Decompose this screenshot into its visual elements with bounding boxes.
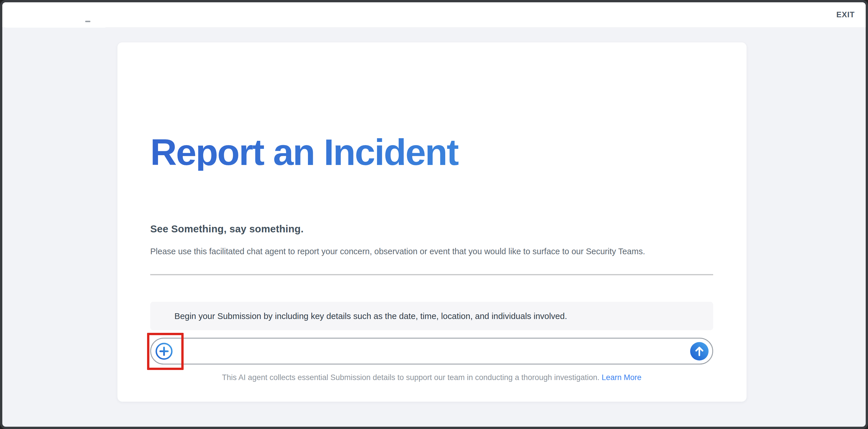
- learn-more-link[interactable]: Learn More: [602, 373, 642, 382]
- divider: [150, 274, 713, 275]
- footer-note-text: This AI agent collects essential Submiss…: [222, 373, 601, 382]
- footer-note: This AI agent collects essential Submiss…: [150, 373, 713, 382]
- send-button[interactable]: [690, 342, 709, 361]
- plus-circle-icon: [155, 342, 173, 361]
- main-content: Report an Incident See Something, say so…: [2, 28, 866, 429]
- logo-placeholder: [5, 3, 106, 28]
- exit-button[interactable]: EXIT: [836, 10, 855, 19]
- prompt-banner-text: Begin your Submission by including key d…: [175, 311, 567, 321]
- prompt-banner: Begin your Submission by including key d…: [150, 302, 713, 330]
- app-window: EXIT Report an Incident See Something, s…: [0, 0, 868, 429]
- page-title: Report an Incident: [150, 134, 713, 171]
- message-composer: [150, 338, 713, 365]
- topbar: EXIT: [2, 2, 866, 28]
- description-text: Please use this facilitated chat agent t…: [150, 247, 713, 256]
- attach-button[interactable]: [155, 342, 173, 361]
- message-input[interactable]: [179, 343, 684, 360]
- report-card: Report an Incident See Something, say so…: [117, 42, 747, 402]
- arrow-up-icon: [690, 342, 709, 361]
- logo-dash: [85, 21, 90, 22]
- subtitle: See Something, say something.: [150, 223, 713, 235]
